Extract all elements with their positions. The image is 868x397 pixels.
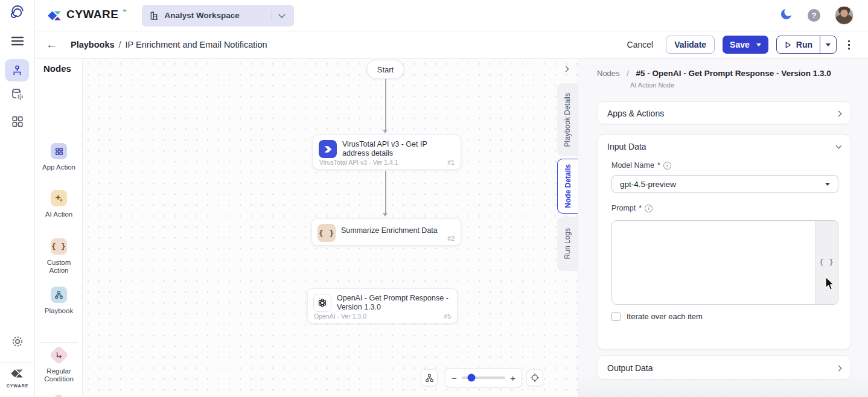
model-name-value: gpt-4.5-preview [620, 180, 676, 189]
rail-item-playbooks[interactable] [5, 59, 29, 81]
iterate-checkbox[interactable] [611, 312, 621, 321]
rail-item-apps-grid-icon[interactable] [11, 115, 24, 128]
tab-run-logs[interactable]: Run Logs [557, 217, 578, 271]
zoom-slider-knob[interactable] [467, 374, 475, 382]
breadcrumb-nodes[interactable]: Nodes [597, 69, 620, 78]
virustotal-icon [319, 140, 337, 158]
prompt-textarea[interactable]: { } [611, 220, 838, 305]
tab-label: Run Logs [563, 228, 572, 259]
save-button[interactable]: Save [723, 36, 768, 54]
iterate-checkbox-row[interactable]: Iterate over each item [611, 312, 703, 321]
node-details-panel: Nodes / #5 - OpenAI - Get Prompt Respons… [578, 59, 868, 397]
node-title: VirusTotal API v3 - Get IP address detai… [342, 140, 455, 158]
auto-layout-button[interactable] [421, 369, 438, 386]
zoom-out-button[interactable]: − [452, 373, 457, 383]
save-label: Save [730, 40, 750, 49]
palette-item-regular-condition[interactable]: Regular Condition [35, 347, 83, 383]
breadcrumb-node-name: #5 - OpenAI - Get Prompt Response - Vers… [636, 69, 831, 78]
breadcrumb-playbooks[interactable]: Playbooks [71, 40, 115, 49]
field-label-text: Prompt [611, 204, 636, 212]
run-label: Run [796, 40, 812, 49]
nodes-palette: Nodes App Action AI Action { } [35, 59, 83, 397]
grid-icon [51, 143, 67, 159]
input-data-header[interactable]: Input Data [598, 135, 850, 158]
top-bar: CYWARE ™ Analyst Workspace ? [35, 0, 868, 31]
more-options-kebab-icon[interactable] [844, 38, 854, 52]
output-data-header[interactable]: Output Data [598, 356, 850, 380]
breadcrumb-separator: / [119, 40, 121, 49]
nodes-palette-title: Nodes [43, 63, 71, 74]
apps-actions-header[interactable]: Apps & Actions [598, 102, 850, 125]
palette-item-app-action[interactable]: App Action [35, 143, 83, 171]
node-virustotal[interactable]: VirusTotal API v3 - Get IP address detai… [313, 135, 461, 170]
tab-node-details[interactable]: Node Details [557, 159, 578, 214]
palette-item-playbook[interactable]: Playbook [35, 287, 83, 315]
run-dropdown-button[interactable] [820, 36, 836, 53]
left-rail: CYWARE [0, 0, 35, 397]
node-summarize[interactable]: { } Summarize Enrichment Data #2 [311, 218, 461, 246]
run-dropdown-caret-icon [826, 43, 831, 46]
user-avatar[interactable] [835, 6, 854, 25]
palette-item-label: App Action [37, 164, 81, 171]
workspace-switcher[interactable]: Analyst Workspace [142, 5, 294, 27]
braces-icon: { } [318, 224, 336, 242]
field-label-text: Model Name [611, 161, 654, 170]
run-button-group: Run [776, 36, 837, 54]
brand-name: CYWARE [66, 8, 118, 21]
chevron-right-icon [836, 365, 842, 371]
palette-divider [40, 342, 78, 343]
rail-brand-logo: CYWARE [0, 366, 35, 388]
tab-playbook-details[interactable]: Playbook Details [557, 83, 578, 156]
fit-view-button[interactable] [526, 369, 543, 386]
zoom-slider[interactable] [462, 376, 505, 379]
zoom-control: − + [445, 368, 522, 387]
node-footer: OpenAI - Ver 1.3.0 [314, 313, 366, 320]
node-number: #5 [444, 313, 451, 320]
apps-actions-card: Apps & Actions [597, 101, 851, 124]
settings-gear-icon[interactable] [11, 335, 24, 348]
section-title: Apps & Actions [607, 109, 664, 118]
validate-button[interactable]: Validate [666, 36, 715, 54]
back-arrow-icon[interactable]: ← [46, 38, 57, 51]
app-logo-icon[interactable] [8, 4, 27, 22]
dark-mode-toggle[interactable] [779, 7, 793, 24]
play-icon [784, 41, 792, 49]
node-openai[interactable]: OpenAI - Get Prompt Response - Version 1… [307, 288, 458, 323]
breadcrumb-separator: / [627, 69, 629, 78]
palette-item-ai-action[interactable]: AI Action [35, 190, 83, 218]
run-button[interactable]: Run [777, 36, 820, 53]
collapse-panel-button[interactable] [560, 63, 571, 74]
info-icon[interactable]: i [663, 162, 671, 170]
rail-item-data-sources-icon[interactable] [10, 87, 25, 102]
node-title: OpenAI - Get Prompt Response - Version 1… [337, 294, 451, 312]
playbook-canvas[interactable]: Start VirusTotal API v3 - Get IP address… [83, 59, 578, 397]
palette-item-custom-condition[interactable]: { } Custom Condition [35, 395, 83, 397]
cancel-button[interactable]: Cancel [627, 40, 654, 49]
zoom-in-button[interactable]: + [510, 373, 515, 383]
model-name-select[interactable]: gpt-4.5-preview [611, 175, 838, 193]
help-icon[interactable]: ? [808, 9, 820, 22]
rail-brand-text: CYWARE [0, 384, 35, 388]
workspace-building-icon [149, 11, 159, 21]
braces-icon: { } [49, 393, 69, 397]
cyware-mark-icon [10, 366, 25, 381]
save-dropdown-caret-icon[interactable] [756, 43, 761, 46]
node-number: #2 [447, 235, 455, 242]
edge-arrowhead [383, 130, 388, 133]
required-marker: * [657, 161, 660, 170]
info-icon[interactable]: i [645, 205, 653, 212]
hamburger-menu-icon[interactable] [11, 36, 24, 46]
select-caret-icon [825, 183, 830, 186]
openai-icon [313, 294, 331, 312]
palette-item-custom-action[interactable]: { } Custom Action [35, 238, 83, 274]
chevron-right-icon [836, 110, 842, 116]
start-node[interactable]: Start [366, 60, 404, 79]
sitemap-icon [51, 287, 67, 303]
edge-arrowhead [383, 213, 388, 217]
moon-icon [779, 7, 793, 21]
section-title: Input Data [607, 142, 646, 151]
brand-logo[interactable]: CYWARE ™ [47, 8, 126, 24]
insert-variable-button[interactable]: { } [815, 221, 838, 304]
palette-item-label: Playbook [37, 307, 81, 315]
section-title: Output Data [607, 363, 653, 373]
